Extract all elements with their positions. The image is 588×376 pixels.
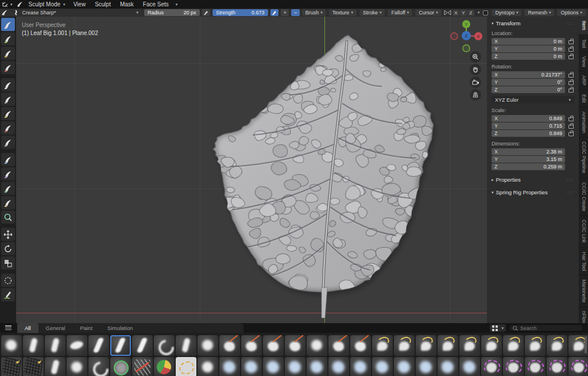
tool-pinch[interactable] [1,196,15,209]
radius-slider[interactable]: Radius 20 px [144,9,200,16]
tool-layer[interactable] [1,78,15,91]
lock-icon[interactable] [568,116,574,121]
dyntopo-checkbox[interactable] [483,10,488,16]
editor-type-selector[interactable]: ▾ [0,1,14,8]
search-input[interactable] [519,325,577,332]
search-box[interactable] [509,324,583,332]
brush-thumbnail-purple[interactable] [525,357,546,376]
shelf-tab-simulation[interactable]: Simulation [100,323,140,333]
lock-icon[interactable] [568,87,574,93]
panel-header-properties[interactable]: ▸Properties:::: [492,177,574,183]
brush-thumbnail-blue[interactable] [241,357,262,376]
display-mode-button[interactable]: ▾ [490,324,506,332]
brush-thumbnail-blob[interactable] [198,335,218,356]
tool-clay[interactable] [1,47,15,60]
brush-thumbnail-blue[interactable] [350,357,371,376]
rotation-x-field[interactable]: X0.21737° [492,71,565,78]
lock-icon[interactable] [568,80,574,85]
brush-thumbnail-purple[interactable] [481,357,502,376]
brush-thumbnail-greenring[interactable] [110,357,131,376]
axis-gizmo[interactable]: Y X Z [448,18,485,55]
panel-header-spring-rig-properties[interactable]: ▾Spring Rig Properties:::: [492,189,574,195]
radius-pressure-toggle[interactable] [202,9,210,16]
brush-thumbnail-blue[interactable] [219,357,240,376]
brush-thumbnail-smear[interactable] [176,335,196,356]
sidebar-tab-animation[interactable]: Animation [579,108,588,137]
location-x-field[interactable]: X0 m [492,38,565,45]
panel-drag-handle[interactable]: :::: [567,177,574,182]
tool-annotate-pen[interactable] [1,288,15,301]
brush-thumbnail-blob[interactable] [198,357,218,376]
dropdown-dyntopo[interactable]: Dyntopo▾ [492,9,521,16]
dimensions-x-field[interactable]: X2.38 m [492,148,565,155]
brush-thumbnail-yellow[interactable] [481,335,502,356]
sidebar-tab-hair-tool[interactable]: Hair Tool [579,248,588,275]
tool-grab[interactable] [1,228,15,241]
sidebar-tab-cc-ic-create[interactable]: CC/iC Create [579,178,588,216]
brush-thumbnail-blue[interactable] [285,357,305,376]
tool-scrape[interactable] [1,167,15,181]
dimensions-y-field[interactable]: Y3.15 m [492,156,565,163]
menu-sculpt[interactable]: Sculpt [90,1,115,7]
brush-thumbnail-yellow[interactable] [438,335,458,356]
panel-drag-handle[interactable]: :::: [567,190,574,195]
shelf-scrollbar[interactable] [585,336,587,354]
brush-thumbnail-spiral[interactable] [154,335,175,356]
brush-thumbnail-s[interactable] [88,335,109,356]
tool-draw-sharp[interactable] [1,32,15,45]
brush-thumbnail-yellow[interactable] [416,335,436,356]
brush-thumbnail-purple[interactable] [503,357,524,376]
tool-rotate[interactable] [1,242,15,255]
lock-icon[interactable] [568,72,574,78]
brush-thumbnail-yellow[interactable] [503,335,524,356]
brush-thumbnail-yellow[interactable] [372,335,393,356]
brush-thumbnail-orange[interactable] [285,335,305,356]
tool-magnify[interactable] [1,210,15,224]
strength-slider[interactable]: Strength 0.673 [212,9,268,16]
rotation-mode-dropdown[interactable]: XYZ Euler▾ [492,96,574,103]
brush-thumbnail-purple[interactable] [568,357,588,376]
brush-thumbnail-s[interactable] [110,335,131,356]
brush-thumbnail-yellow[interactable] [547,335,567,356]
strength-pressure-toggle[interactable] [270,9,278,16]
brush-selector[interactable]: Crease Sharp* ▾ [10,9,142,16]
brush-thumbnail-yellow[interactable] [525,335,546,356]
rotation-y-field[interactable]: Y0° [492,79,565,86]
symmetry-x-toggle[interactable]: X [452,10,459,16]
brush-thumbnail-yellow[interactable] [459,335,480,356]
brush-thumbnail-smear[interactable] [45,335,65,356]
sidebar-tab-edit[interactable]: Edit [579,90,588,107]
mode-selector[interactable]: Sculpt Mode [24,1,62,7]
brush-thumbnail-blue[interactable] [416,357,436,376]
sidebar-tab-cc-ic-link[interactable]: CC/iC Link [579,216,588,247]
dropdown-remesh[interactable]: Remesh▾ [524,9,554,16]
brush-thumbnail-blue[interactable] [372,357,393,376]
lock-icon[interactable] [568,131,574,136]
brush-thumbnail-s[interactable] [132,335,153,356]
sidebar-tab-arp[interactable]: ARP [579,71,588,89]
dropdown-brush[interactable]: Brush▾ [302,9,326,16]
brush-thumbnail-blue[interactable] [459,357,480,376]
brush-thumbnail-blob[interactable] [1,335,22,356]
subtract-mode-button[interactable]: − [291,9,299,16]
brush-thumbnail-smear[interactable] [45,357,65,376]
add-mode-button[interactable]: + [281,9,289,16]
brush-thumbnail-blue[interactable] [307,357,327,376]
dropdown-falloff[interactable]: Falloff▾ [388,9,412,16]
dropdown-texture[interactable]: Texture▾ [329,9,357,16]
brush-thumbnail-blue[interactable] [328,357,349,376]
brush-thumbnail-blue[interactable] [438,357,458,376]
location-z-field[interactable]: Z0 m [492,53,565,60]
transform-panel-header[interactable]: ▾ Transform :::: [492,20,574,26]
scale-z-field[interactable]: Z0.849 [492,130,565,137]
tool-annotate[interactable] [1,274,15,287]
sidebar-tab-item[interactable]: Item [579,17,588,34]
dropdown-stroke[interactable]: Stroke▾ [359,9,385,16]
sidebar-tab-view[interactable]: View [579,52,588,71]
brush-thumbnail-mesh[interactable] [1,357,22,376]
location-y-field[interactable]: Y0 m [492,45,565,52]
brush-thumbnail-spiral[interactable] [88,357,109,376]
brush-thumbnail-orange[interactable] [263,335,284,356]
lock-icon[interactable] [568,39,574,44]
shelf-tab-paint[interactable]: Paint [72,323,100,333]
